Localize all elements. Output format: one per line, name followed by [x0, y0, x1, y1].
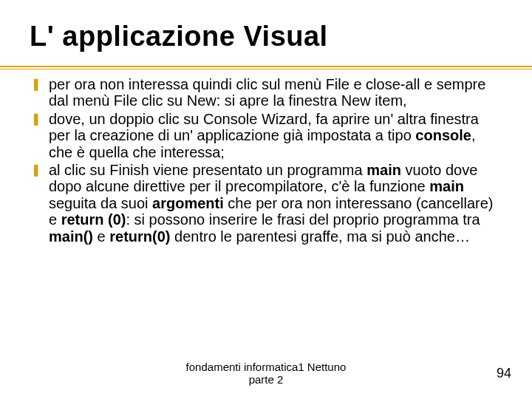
- bold-word: return (0): [61, 211, 126, 228]
- slide-title: L' applicazione Visual: [30, 21, 502, 55]
- bold-word: console: [415, 127, 471, 143]
- footer-line1: fondamenti informatica1 Nettuno: [186, 361, 347, 373]
- footer-line2: parte 2: [0, 373, 532, 386]
- bold-word: main: [429, 178, 464, 194]
- bold-word: argomenti: [152, 195, 224, 211]
- bullet-text: al clic su Finish viene presentato un pr…: [49, 162, 366, 178]
- bold-word: main(): [49, 228, 93, 245]
- bullet-list: ❚ per ora non interessa quindi clic sul …: [30, 76, 502, 245]
- bold-word: main: [366, 162, 401, 178]
- bullet-text: dove, un doppio clic su Console Wizard, …: [49, 111, 479, 143]
- slide-container: L' applicazione Visual ❚ per ora non int…: [0, 0, 532, 399]
- bullet-text: dentro le parentesi graffe, ma si può an…: [170, 228, 469, 245]
- bullet-item: ❚ per ora non interessa quindi clic sul …: [30, 76, 502, 109]
- bullet-item: ❚ dove, un doppio clic su Console Wizard…: [30, 111, 502, 160]
- bullet-icon: ❚: [31, 163, 41, 177]
- bullet-item: ❚ al clic su Finish viene presentato un …: [30, 162, 502, 245]
- page-number: 94: [497, 366, 511, 381]
- bullet-icon: ❚: [31, 112, 41, 126]
- bullet-text: per ora non interessa quindi clic sul me…: [49, 76, 485, 109]
- bullet-text: : si possono inserire le frasi del propr…: [126, 211, 480, 228]
- bold-word: return(0): [109, 228, 170, 245]
- underline-thick: [0, 66, 532, 67]
- bullet-text: seguita da suoi: [49, 195, 152, 211]
- slide-footer: fondamenti informatica1 Nettuno parte 2: [0, 361, 532, 386]
- bullet-icon: ❚: [31, 78, 41, 91]
- underline-thin: [0, 69, 532, 69]
- bullet-text: e: [93, 228, 109, 245]
- title-underline: [30, 66, 502, 69]
